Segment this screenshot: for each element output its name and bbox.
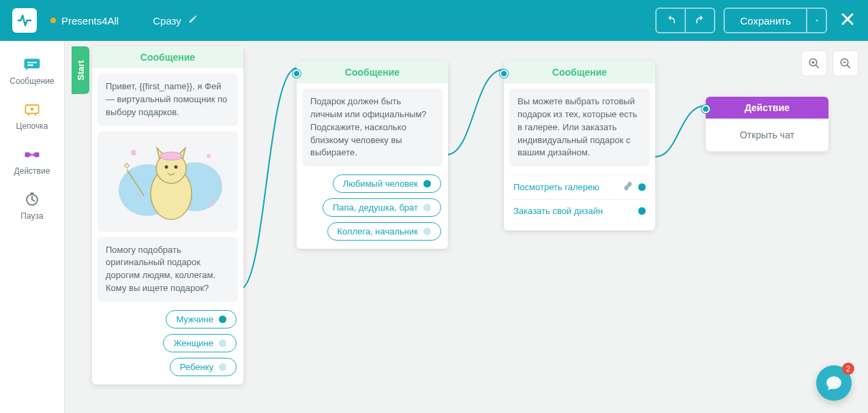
flow-name[interactable]: Сразу — [153, 15, 181, 27]
svg-point-16 — [165, 165, 168, 168]
message-text: Привет, {{first_name}}, я Фей — виртуаль… — [98, 74, 238, 126]
close-icon — [839, 11, 856, 27]
zoom-in-button[interactable] — [801, 50, 827, 76]
connector-out-icon[interactable] — [219, 363, 226, 371]
action-icon — [23, 147, 42, 162]
option-pill[interactable]: Коллега, начальник — [327, 222, 441, 241]
connector-in-icon[interactable] — [500, 70, 508, 78]
connector-out-icon[interactable] — [219, 316, 226, 323]
redo-icon — [694, 14, 706, 27]
connector-out-icon[interactable] — [423, 204, 431, 211]
svg-point-21 — [210, 202, 214, 206]
card-title: Сообщение — [92, 46, 243, 68]
connector-in-icon[interactable] — [702, 105, 710, 113]
notification-badge: 2 — [842, 363, 854, 375]
svg-rect-1 — [27, 62, 37, 63]
option-pill[interactable]: Мужчине — [166, 310, 237, 328]
undo-icon — [665, 14, 677, 27]
sidebar-item-pause[interactable]: Пауза — [0, 184, 64, 229]
svg-rect-2 — [27, 65, 33, 66]
connector-out-icon[interactable] — [638, 183, 646, 191]
status-dot-icon — [50, 18, 56, 23]
sidebar-item-label: Действие — [14, 166, 50, 176]
connector-in-icon[interactable] — [293, 70, 301, 78]
message-card-2[interactable]: Сообщение Подарок должен быть личным или… — [297, 61, 448, 249]
message-text: Вы можете выбрать готовый подарок из тех… — [509, 89, 650, 166]
redo-button[interactable] — [685, 7, 715, 33]
app-logo[interactable] — [12, 8, 37, 33]
svg-point-19 — [131, 150, 136, 155]
save-button[interactable]: Сохранить — [723, 7, 807, 33]
option-pill[interactable]: Ребенку — [170, 358, 237, 376]
undo-button[interactable] — [655, 7, 685, 33]
chain-icon — [23, 102, 42, 117]
message-card-3[interactable]: Сообщение Вы можете выбрать готовый пода… — [504, 61, 655, 230]
svg-point-17 — [175, 165, 178, 168]
connector-out-icon[interactable] — [219, 339, 226, 347]
svg-point-6 — [31, 108, 33, 110]
close-button[interactable] — [839, 11, 856, 30]
app-header: Presents4All Сразу Сохранить — [0, 0, 868, 41]
sidebar-item-label: Сообщение — [10, 76, 54, 86]
undo-redo-group — [655, 7, 715, 33]
card-options: Мужчине Женщине Ребенку — [92, 307, 243, 384]
option-pill[interactable]: Женщине — [163, 334, 237, 352]
svg-point-20 — [207, 154, 211, 158]
svg-line-11 — [32, 200, 35, 201]
flow-canvas[interactable]: Start Сообщение Привет, {{first_name}}, … — [65, 41, 868, 413]
connector-out-icon[interactable] — [423, 180, 431, 187]
card-options: Любимый человек Папа, дедушка, брат Колл… — [297, 172, 448, 249]
card-options: Посмотреть галерею Заказать свой дизайн — [504, 172, 655, 230]
sidebar-item-chain[interactable]: Цепочка — [0, 94, 64, 139]
option-pill[interactable]: Папа, дедушка, брат — [323, 198, 441, 217]
message-text: Подарок должен быть личным или официальн… — [302, 89, 443, 166]
sidebar-item-action[interactable]: Действие — [0, 139, 64, 184]
svg-rect-0 — [25, 59, 40, 68]
message-card-1[interactable]: Сообщение Привет, {{first_name}}, я Фей … — [92, 46, 243, 384]
svg-point-18 — [160, 152, 182, 160]
action-card[interactable]: Действие Открыть чат — [706, 97, 828, 151]
chevron-down-icon — [813, 17, 820, 24]
start-node[interactable]: Start — [72, 46, 89, 94]
pulse-icon — [17, 13, 32, 28]
project-name[interactable]: Presents4All — [61, 15, 119, 27]
sidebar-item-message[interactable]: Сообщение — [0, 49, 64, 94]
zoom-controls — [801, 50, 858, 76]
message-image — [98, 132, 238, 232]
option-row[interactable]: Посмотреть галерею — [511, 174, 648, 199]
connector-out-icon[interactable] — [423, 228, 431, 235]
svg-line-24 — [815, 65, 819, 68]
sidebar-item-label: Цепочка — [16, 121, 48, 131]
link-icon — [623, 181, 633, 193]
chat-fab-button[interactable]: 2 — [816, 365, 852, 401]
option-row[interactable]: Заказать свой дизайн — [511, 199, 648, 222]
svg-line-28 — [847, 65, 850, 68]
tool-sidebar: Сообщение Цепочка Действие Пауза — [0, 41, 65, 413]
save-group: Сохранить — [723, 7, 827, 33]
zoom-out-button[interactable] — [833, 50, 858, 76]
card-title: Сообщение — [504, 61, 655, 83]
message-icon — [23, 57, 42, 72]
fairy-cat-illustration — [106, 136, 229, 228]
chat-icon — [825, 374, 843, 392]
save-dropdown-button[interactable] — [807, 7, 827, 33]
connector-out-icon[interactable] — [638, 207, 646, 215]
pause-icon — [23, 192, 42, 207]
card-title: Сообщение — [297, 61, 448, 83]
sidebar-item-label: Пауза — [20, 211, 43, 221]
card-title: Действие — [706, 97, 828, 119]
edit-icon[interactable] — [188, 14, 198, 27]
action-body: Открыть чат — [706, 119, 828, 151]
zoom-out-icon — [839, 57, 852, 70]
message-text: Помогу подобрать оригинальный подарок до… — [98, 237, 238, 302]
option-pill[interactable]: Любимый человек — [333, 174, 441, 193]
zoom-in-icon — [808, 57, 820, 70]
